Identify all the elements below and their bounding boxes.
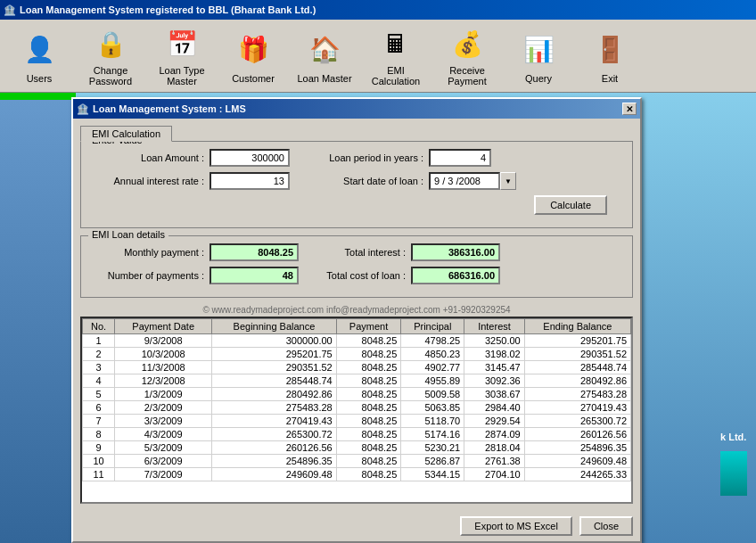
table-row: 19/3/2008300000.008048.254798.253250.002… xyxy=(83,334,631,348)
table-cell: 260126.56 xyxy=(212,441,337,455)
table-cell: 8048.25 xyxy=(336,415,401,428)
query-button[interactable]: 📊 Query xyxy=(503,23,574,89)
loan-table: No. Payment Date Beginning Balance Payme… xyxy=(82,318,631,481)
customer-label: Customer xyxy=(232,73,275,84)
loan-master-button[interactable]: 🏠 Loan Master xyxy=(289,23,360,89)
table-cell: 285448.74 xyxy=(212,374,337,388)
col-header-payment-date: Payment Date xyxy=(115,319,212,334)
table-cell: 300000.00 xyxy=(212,334,337,348)
table-cell: 9 xyxy=(83,441,115,455)
table-cell: 2704.10 xyxy=(464,468,525,481)
table-cell: 249609.48 xyxy=(524,455,630,468)
table-row: 84/3/2009265300.728048.255174.162874.092… xyxy=(83,428,631,441)
table-cell: 3250.00 xyxy=(464,334,525,348)
loan-master-icon: 🏠 xyxy=(303,29,346,71)
loan-period-input[interactable] xyxy=(429,149,491,167)
table-cell: 2/3/2009 xyxy=(115,401,212,415)
customer-icon: 🎁 xyxy=(232,29,275,71)
table-cell: 8048.25 xyxy=(336,455,401,468)
table-cell: 254896.35 xyxy=(212,455,337,468)
table-cell: 8 xyxy=(83,428,115,441)
exit-button[interactable]: 🚪 Exit xyxy=(574,23,645,89)
start-date-label: Start date of loan : xyxy=(316,176,423,186)
col-header-payment: Payment xyxy=(336,319,401,334)
col-header-no: No. xyxy=(83,319,115,334)
dialog-close-button[interactable]: ✕ xyxy=(622,103,637,115)
table-cell: 290351.52 xyxy=(524,348,630,361)
loan-type-master-button[interactable]: 📅 Loan Type Master xyxy=(146,23,218,89)
dialog-window: 🏦 Loan Management System : LMS ✕ EMI Cal… xyxy=(71,97,642,543)
right-panel-label: k Ltd. xyxy=(720,432,747,496)
table-cell: 3038.67 xyxy=(464,388,525,401)
table-cell: 2 xyxy=(83,348,115,361)
table-cell: 295201.75 xyxy=(524,334,630,348)
table-cell: 5174.16 xyxy=(401,428,464,441)
query-label: Query xyxy=(525,73,552,84)
table-row: 51/3/2009280492.868048.255009.583038.672… xyxy=(83,388,631,401)
date-dropdown-button[interactable]: ▼ xyxy=(500,172,516,190)
table-cell: 254896.35 xyxy=(524,441,630,455)
dialog-footer: Export to MS Excel Close xyxy=(73,511,640,541)
table-cell: 275483.28 xyxy=(212,401,337,415)
loan-table-container[interactable]: No. Payment Date Beginning Balance Payme… xyxy=(80,317,633,504)
table-cell: 265300.72 xyxy=(212,428,337,441)
table-cell: 12/3/2008 xyxy=(115,374,212,388)
calculate-button[interactable]: Calculate xyxy=(534,195,607,215)
table-cell: 8048.25 xyxy=(336,388,401,401)
table-cell: 7 xyxy=(83,415,115,428)
export-excel-button[interactable]: Export to MS Excel xyxy=(460,516,572,536)
receive-payment-button[interactable]: 💰 Receive Payment xyxy=(431,23,503,89)
customer-button[interactable]: 🎁 Customer xyxy=(218,23,289,89)
sidebar-top xyxy=(0,93,76,100)
table-row: 73/3/2009270419.438048.255118.702929.542… xyxy=(83,415,631,428)
table-header-row: No. Payment Date Beginning Balance Payme… xyxy=(83,319,631,334)
table-cell: 285448.74 xyxy=(524,361,630,374)
users-button[interactable]: 👤 Users xyxy=(4,23,75,89)
start-date-input[interactable] xyxy=(429,172,500,190)
change-password-icon: 🔒 xyxy=(89,26,132,63)
toolbar: 👤 Users 🔒 Change Password 📅 Loan Type Ma… xyxy=(0,20,756,93)
table-cell: 3092.36 xyxy=(464,374,525,388)
table-row: 95/3/2009260126.568048.255230.212818.042… xyxy=(83,441,631,455)
table-cell: 275483.28 xyxy=(524,388,630,401)
emi-calculation-button[interactable]: 🖩 EMI Calculation xyxy=(360,23,431,89)
exit-label: Exit xyxy=(602,73,618,84)
table-cell: 8048.25 xyxy=(336,334,401,348)
loan-amount-input[interactable] xyxy=(210,149,290,167)
dialog-titlebar: 🏦 Loan Management System : LMS ✕ xyxy=(73,99,640,119)
table-cell: 260126.56 xyxy=(524,428,630,441)
table-cell: 8048.25 xyxy=(336,468,401,481)
interest-label: Annual interest rate : xyxy=(88,176,204,186)
table-cell: 3198.02 xyxy=(464,348,525,361)
table-cell: 4798.25 xyxy=(401,334,464,348)
monthly-payment-label: Monthly payment : xyxy=(88,247,204,258)
table-cell: 2818.04 xyxy=(464,441,525,455)
users-icon: 👤 xyxy=(18,29,61,71)
table-cell: 5344.15 xyxy=(401,468,464,481)
table-cell: 280492.86 xyxy=(524,374,630,388)
num-payments-value xyxy=(210,267,299,284)
title-bar-text: Loan Management System registered to BBL… xyxy=(20,4,316,15)
table-cell: 2874.09 xyxy=(464,428,525,441)
close-dialog-button[interactable]: Close xyxy=(579,516,633,536)
emi-details-legend: EMI Loan details xyxy=(88,229,168,240)
table-cell: 4955.89 xyxy=(401,374,464,388)
table-cell: 11/3/2008 xyxy=(115,361,212,374)
interest-input[interactable] xyxy=(210,172,290,190)
dialog-title-text: Loan Management System : LMS xyxy=(93,103,246,114)
query-icon: 📊 xyxy=(517,29,560,71)
receive-payment-icon: 💰 xyxy=(446,26,489,63)
monthly-payment-row: Monthly payment : Total interest : xyxy=(88,243,625,261)
table-cell: 290351.52 xyxy=(212,361,337,374)
table-cell: 2929.54 xyxy=(464,415,525,428)
emi-calculation-tab[interactable]: EMI Calculation xyxy=(80,126,172,142)
table-cell: 5063.85 xyxy=(401,401,464,415)
main-area: 🏦 Loan Management System : LMS ✕ EMI Cal… xyxy=(0,93,756,543)
change-password-button[interactable]: 🔒 Change Password xyxy=(75,23,146,89)
table-cell: 5 xyxy=(83,388,115,401)
table-cell: 5/3/2009 xyxy=(115,441,212,455)
table-cell: 249609.48 xyxy=(212,468,337,481)
table-cell: 295201.75 xyxy=(212,348,337,361)
table-cell: 270419.43 xyxy=(212,415,337,428)
table-cell: 4850.23 xyxy=(401,348,464,361)
